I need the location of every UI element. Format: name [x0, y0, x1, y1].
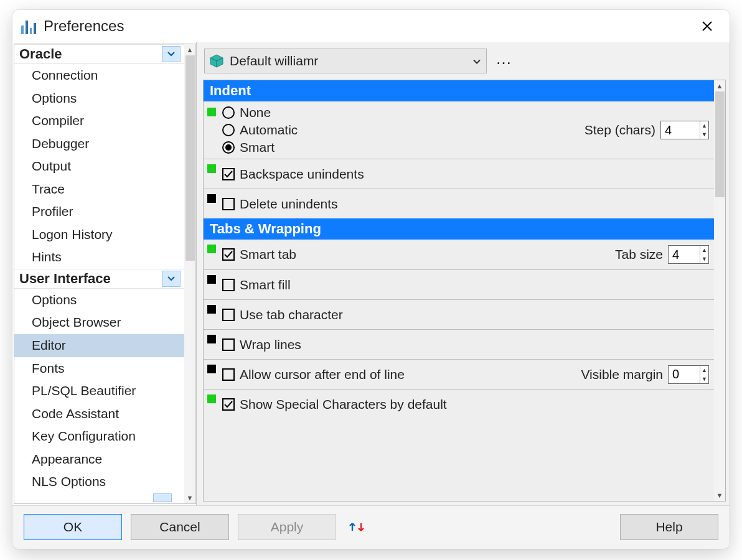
- nav-category-oracle[interactable]: Oracle: [14, 44, 184, 64]
- chevron-down-icon: [472, 54, 481, 68]
- nav-item-logon-history[interactable]: Logon History: [14, 223, 184, 246]
- spin-down-icon[interactable]: ▼: [700, 375, 708, 383]
- nav-item-output[interactable]: Output: [14, 155, 184, 178]
- checkbox-label: Smart fill: [240, 278, 291, 292]
- scroll-thumb[interactable]: [715, 91, 725, 197]
- nav-item-trace[interactable]: Trace: [14, 178, 184, 201]
- backspace-unindents-row: Backspace unindents: [204, 159, 714, 189]
- nav-item-connection[interactable]: Connection: [14, 64, 184, 87]
- visible-margin-input[interactable]: ▲▼: [668, 365, 709, 384]
- cancel-button[interactable]: Cancel: [131, 514, 229, 540]
- chevron-down-icon: [167, 52, 175, 57]
- nav-item-ui-options[interactable]: Options: [14, 289, 184, 312]
- nav-item-debugger[interactable]: Debugger: [14, 133, 184, 156]
- apply-button: Apply: [238, 514, 336, 540]
- nav-item-object-browser[interactable]: Object Browser: [14, 311, 184, 334]
- scroll-down-icon[interactable]: ▼: [187, 492, 194, 503]
- wrap-lines-checkbox[interactable]: Wrap lines: [222, 337, 301, 352]
- override-marker: [207, 305, 216, 314]
- delete-unindents-checkbox[interactable]: Delete unindents: [222, 197, 338, 212]
- collapse-toggle[interactable]: [162, 46, 181, 62]
- settings-list: Indent None Automatic Smart: [203, 80, 726, 502]
- visible-margin-label: Visible margin: [581, 367, 663, 382]
- spin-down-icon[interactable]: ▼: [700, 254, 708, 263]
- nav-item-nls[interactable]: NLS Options: [14, 470, 184, 493]
- indent-auto-radio[interactable]: Automatic: [222, 123, 298, 138]
- nav-item-code-assistant[interactable]: Code Assistant: [14, 403, 184, 426]
- nav-item-appearance[interactable]: Appearance: [14, 448, 184, 471]
- indent-none-radio[interactable]: None: [222, 105, 271, 120]
- footer: OK Cancel Apply Help: [12, 505, 730, 549]
- special-chars-checkbox[interactable]: Show Special Characters by default: [222, 397, 447, 412]
- override-marker: [207, 108, 216, 116]
- nav-item-compiler[interactable]: Compiler: [14, 110, 184, 133]
- scroll-thumb[interactable]: [186, 55, 195, 261]
- nav-item-fonts[interactable]: Fonts: [14, 357, 184, 380]
- body: Oracle Connection Options Compiler Debug…: [12, 42, 730, 505]
- use-tab-char-row: Use tab character: [204, 299, 714, 329]
- smart-tab-checkbox[interactable]: Smart tab: [222, 247, 296, 262]
- nav-scrollbar[interactable]: ▲ ▼: [184, 44, 195, 503]
- ok-button[interactable]: OK: [24, 514, 122, 540]
- settings-scrollbar[interactable]: ▲ ▼: [714, 80, 725, 501]
- chevron-down-icon: [167, 276, 175, 281]
- checkbox-label: Allow cursor after end of line: [240, 367, 405, 382]
- visible-margin-field[interactable]: [669, 366, 700, 383]
- nav-item-editor[interactable]: Editor: [14, 334, 184, 357]
- use-tab-char-checkbox[interactable]: Use tab character: [222, 307, 343, 322]
- spin-down-icon[interactable]: ▼: [700, 130, 708, 139]
- tab-size-label: Tab size: [615, 247, 663, 262]
- indent-mode-row: None Automatic Smart Step (chars): [204, 101, 714, 159]
- tab-size-field[interactable]: [669, 246, 700, 263]
- cursor-eol-checkbox[interactable]: Allow cursor after end of line: [222, 367, 405, 382]
- nav-item-key-config[interactable]: Key Configuration: [14, 425, 184, 448]
- package-icon: [210, 54, 223, 68]
- checkbox-label: Wrap lines: [240, 337, 301, 352]
- override-marker: [207, 245, 216, 253]
- profile-row: Default williamr …: [203, 46, 726, 80]
- indent-smart-radio[interactable]: Smart: [222, 140, 275, 155]
- delete-unindents-row: Delete unindents: [204, 189, 714, 218]
- window-title: Preferences: [44, 17, 124, 35]
- scroll-up-icon[interactable]: ▲: [716, 80, 723, 91]
- close-icon: [701, 20, 713, 32]
- help-button[interactable]: Help: [620, 514, 718, 540]
- checkbox-label: Use tab character: [240, 307, 343, 322]
- preferences-icon: [21, 18, 36, 34]
- smart-fill-checkbox[interactable]: Smart fill: [222, 278, 291, 292]
- override-marker: [207, 365, 216, 373]
- backspace-unindents-checkbox[interactable]: Backspace unindents: [222, 167, 364, 182]
- nav-item-options[interactable]: Options: [14, 87, 184, 110]
- scroll-down-icon[interactable]: ▼: [716, 490, 723, 501]
- checkbox-label: Delete unindents: [240, 197, 338, 212]
- swap-icon: [349, 518, 367, 536]
- nav-item-beautifier[interactable]: PL/SQL Beautifier: [14, 380, 184, 403]
- nav-category-label: User Interface: [19, 271, 111, 287]
- nav-resize-handle[interactable]: [14, 492, 173, 503]
- nav-item-hints[interactable]: Hints: [14, 246, 184, 269]
- special-chars-row: Show Special Characters by default: [204, 389, 714, 419]
- more-button[interactable]: …: [495, 49, 513, 73]
- profile-select[interactable]: Default williamr: [204, 49, 487, 73]
- close-button[interactable]: [696, 15, 718, 37]
- spin-up-icon[interactable]: ▲: [700, 366, 708, 375]
- spin-up-icon[interactable]: ▲: [700, 121, 708, 130]
- nav-category-ui[interactable]: User Interface: [14, 269, 184, 289]
- checkbox-label: Show Special Characters by default: [240, 397, 447, 412]
- collapse-toggle[interactable]: [162, 271, 181, 287]
- override-marker: [207, 275, 216, 284]
- spin-up-icon[interactable]: ▲: [700, 246, 708, 254]
- step-label: Step (chars): [585, 123, 655, 138]
- step-chars-input[interactable]: ▲▼: [660, 121, 709, 139]
- nav-panel: Oracle Connection Options Compiler Debug…: [12, 42, 197, 505]
- nav-item-profiler[interactable]: Profiler: [14, 200, 184, 223]
- scroll-up-icon[interactable]: ▲: [187, 44, 194, 55]
- titlebar: Preferences: [12, 10, 730, 42]
- preferences-window: Preferences Oracle Connection Options: [12, 10, 730, 549]
- import-export-button[interactable]: [349, 518, 367, 536]
- section-indent-title: Indent: [204, 80, 714, 101]
- smart-tab-row: Smart tab Tab size ▲▼: [204, 240, 714, 269]
- settings-pane: Default williamr … Indent None: [197, 42, 730, 505]
- tab-size-input[interactable]: ▲▼: [668, 245, 709, 264]
- step-chars-field[interactable]: [661, 121, 700, 139]
